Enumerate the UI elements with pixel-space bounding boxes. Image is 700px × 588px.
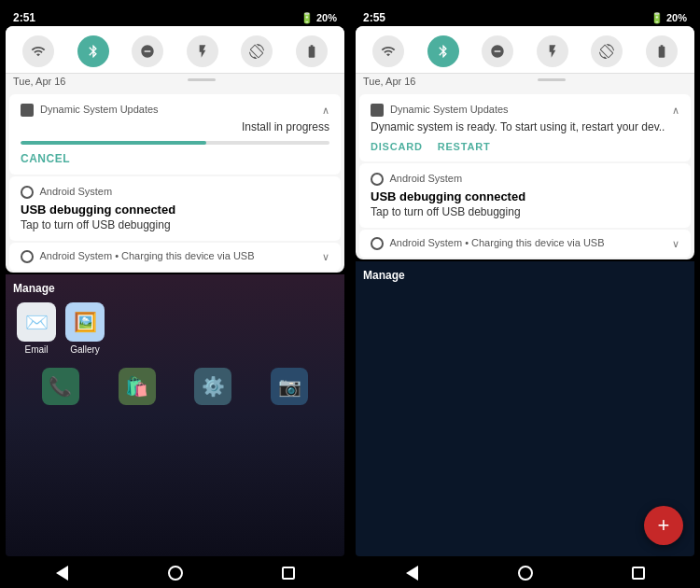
app-grid-1: ✉️ Email 🖼️ Gallery [13, 302, 337, 355]
usb-body-2: Tap to turn off USB debugging [371, 205, 679, 218]
notification-panel-2: Tue, Apr 16 Dynamic System Updates ∧ Dyn… [356, 26, 694, 259]
usb-icon-2 [371, 173, 384, 186]
home-btn-2[interactable] [516, 564, 535, 582]
recents-btn-2[interactable] [629, 564, 648, 582]
dock-1: 📞 🛍️ ⚙️ 📷 [13, 362, 337, 411]
flashlight-tile-1[interactable] [187, 35, 218, 67]
data-tile-1[interactable] [296, 35, 328, 67]
back-icon-1 [56, 566, 68, 581]
qs-header-2: Tue, Apr 16 [356, 74, 694, 92]
dsu-ready-body-2: Dynamic system is ready. To start using … [371, 120, 679, 133]
gallery-label-1: Gallery [70, 344, 100, 355]
status-bar-2: 2:55 🔋 20% [356, 7, 694, 26]
nav-bar-2 [356, 556, 694, 588]
dsu-notif-header-1: Dynamic System Updates ∧ [21, 104, 329, 117]
charging-icon-1 [21, 250, 34, 263]
home-icon-1 [168, 566, 183, 581]
bluetooth-tile-2[interactable] [427, 35, 459, 67]
email-label-1: Email [24, 344, 48, 355]
usb-title-1: USB debugging connected [21, 203, 329, 217]
dnd-tile-2[interactable] [482, 35, 513, 67]
battery-1: 🔋 20% [301, 12, 337, 24]
rotate-tile-1[interactable] [241, 35, 273, 67]
battery-2: 🔋 20% [651, 12, 687, 24]
manage-label-2: Manage [363, 269, 687, 282]
recents-icon-2 [632, 567, 645, 580]
charging-source-1: Android System • Charging this device vi… [39, 250, 254, 261]
charging-chevron-1[interactable]: ∨ [322, 251, 329, 263]
usb-notif-1: Android System USB debugging connected T… [9, 176, 341, 241]
dsu-ready-chevron-2[interactable]: ∧ [672, 105, 679, 117]
bluetooth-tile-1[interactable] [77, 35, 109, 67]
usb-icon-1 [21, 186, 34, 199]
dsu-ready-title-2: Dynamic System Updates [390, 104, 509, 115]
time-1: 2:51 [13, 11, 35, 24]
progress-fill-1 [21, 141, 206, 145]
dsu-ready-icon-2 [371, 104, 384, 117]
dsu-ready-notif-2: Dynamic System Updates ∧ Dynamic system … [359, 94, 691, 161]
dsu-ready-header-2: Dynamic System Updates ∧ [371, 104, 679, 117]
manage-label-1: Manage [13, 282, 337, 295]
dock-market-1[interactable]: 🛍️ [119, 368, 156, 405]
data-tile-2[interactable] [646, 35, 678, 67]
nav-bar-1 [6, 556, 344, 588]
time-2: 2:55 [363, 11, 385, 24]
gallery-icon-1: 🖼️ [65, 302, 105, 342]
notification-panel-1: Tue, Apr 16 Dynamic System Updates ∧ Ins… [6, 26, 344, 273]
usb-source-1: Android System [39, 186, 112, 197]
status-bar-1: 2:51 🔋 20% [6, 7, 344, 26]
usb-notif-header-2: Android System [371, 173, 679, 186]
screen-2: 2:55 🔋 20% [350, 0, 700, 588]
rotate-tile-2[interactable] [591, 35, 623, 67]
fab-icon-2: + [658, 513, 670, 538]
quick-settings-2 [356, 26, 694, 74]
dock-settings-1[interactable]: ⚙️ [194, 368, 231, 405]
dark-home-2: Manage + [356, 261, 694, 556]
email-app-1[interactable]: ✉️ Email [17, 302, 56, 355]
wifi-tile-1[interactable] [22, 35, 54, 67]
flashlight-tile-2[interactable] [537, 35, 568, 67]
dsu-notif-1: Dynamic System Updates ∧ Install in prog… [9, 94, 341, 175]
dsu-icon-1 [21, 104, 34, 117]
qs-divider-1 [188, 78, 216, 81]
back-btn-1[interactable] [53, 564, 72, 582]
usb-notif-2: Android System USB debugging connected T… [359, 163, 691, 228]
recents-icon-1 [282, 567, 295, 580]
usb-body-1: Tap to turn off USB debugging [21, 218, 329, 231]
charging-chevron-2[interactable]: ∨ [672, 238, 679, 250]
dnd-tile-1[interactable] [132, 35, 163, 67]
date-1: Tue, Apr 16 [13, 76, 65, 87]
email-icon-1: ✉️ [17, 302, 56, 342]
home-btn-1[interactable] [166, 564, 185, 582]
dock-phone-1[interactable]: 📞 [42, 368, 79, 405]
home-icon-2 [518, 566, 533, 581]
charging-notif-1: Android System • Charging this device vi… [9, 243, 341, 271]
back-btn-2[interactable] [403, 564, 422, 582]
discard-btn-2[interactable]: DISCARD [371, 141, 423, 152]
usb-title-2: USB debugging connected [371, 189, 679, 203]
dock-camera-1[interactable]: 📷 [271, 368, 308, 405]
qs-header-1: Tue, Apr 16 [6, 74, 344, 92]
cancel-action-1[interactable]: CANCEL [21, 152, 329, 165]
charging-source-2: Android System • Charging this device vi… [389, 237, 604, 248]
dsu-title-1: Dynamic System Updates [40, 104, 159, 115]
progress-bar-1 [21, 141, 329, 145]
wifi-tile-2[interactable] [372, 35, 404, 67]
gallery-app-1[interactable]: 🖼️ Gallery [65, 302, 105, 355]
home-area-1: Manage ✉️ Email 🖼️ Gallery 📞 🛍️ ⚙️ 📷 [6, 274, 344, 556]
install-progress-text-1: Install in progress [21, 120, 329, 133]
recents-btn-1[interactable] [279, 564, 298, 582]
dsu-actions-2: DISCARD RESTART [371, 141, 679, 152]
date-2: Tue, Apr 16 [363, 76, 415, 87]
usb-source-2: Android System [389, 173, 462, 184]
fab-btn-2[interactable]: + [644, 506, 683, 545]
back-icon-2 [406, 566, 418, 581]
screen-1: 2:51 🔋 20% [0, 0, 350, 588]
qs-divider-2 [538, 78, 566, 81]
restart-btn-2[interactable]: RESTART [438, 141, 491, 152]
usb-notif-header-1: Android System [21, 186, 329, 199]
charging-icon-2 [371, 237, 384, 250]
dsu-chevron-1[interactable]: ∧ [322, 105, 329, 117]
quick-settings-1 [6, 26, 344, 74]
charging-notif-2: Android System • Charging this device vi… [359, 230, 691, 258]
